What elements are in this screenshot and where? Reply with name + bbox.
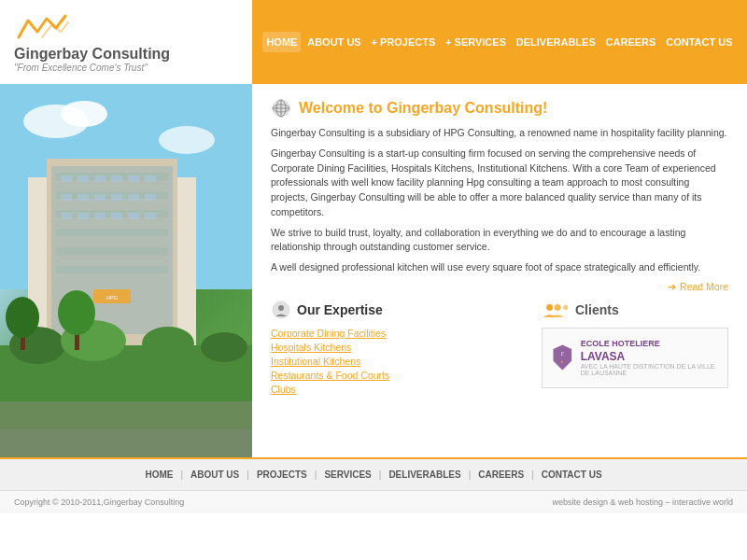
footer-nav-projects[interactable]: PROJECTS <box>257 469 307 480</box>
svg-text:★: ★ <box>560 360 564 364</box>
header: Gingerbay Consulting "From Excellence Co… <box>0 0 747 84</box>
ecole-logo: E ★ ECOLE HOTELIERE LAVASA AVEC LA HAUTE… <box>552 339 718 376</box>
welcome-para3: We strive to build trust, loyalty, and c… <box>271 226 728 256</box>
svg-rect-33 <box>78 194 89 201</box>
svg-point-19 <box>6 297 39 338</box>
right-content: Welcome to Gingerbay Consulting! Gingerb… <box>252 84 747 457</box>
nav-contact[interactable]: CONTACT US <box>662 32 736 52</box>
svg-rect-27 <box>78 175 89 182</box>
expertise-link-2[interactable]: Hospitals Kitchens <box>271 342 528 353</box>
ecole-subtext: AVEC LA HAUTE DISTINCTION DE LA VILLE DE… <box>581 363 718 376</box>
footer-nav-services[interactable]: SERVICES <box>324 469 371 480</box>
nav-deliverables[interactable]: DELIVERABLES <box>513 32 599 52</box>
footer-nav-contact[interactable]: CONTACT US <box>542 469 602 480</box>
welcome-para2: Gingerbay Consulting is a start-up consu… <box>271 147 728 220</box>
welcome-para4: A well designed professional kitchen wil… <box>271 260 728 275</box>
nav-bar: HOME ABOUT US + PROJECTS + SERVICES DELI… <box>252 0 747 84</box>
svg-point-2 <box>61 101 107 127</box>
svg-point-52 <box>555 304 561 311</box>
svg-rect-39 <box>78 213 89 219</box>
svg-rect-29 <box>111 175 122 182</box>
welcome-title-static: Welcome to <box>299 100 387 116</box>
footer-sep-5: | <box>469 469 472 480</box>
bottom-columns: Our Expertise Corporate Dining Facilitie… <box>271 300 728 398</box>
svg-rect-41 <box>111 213 122 219</box>
svg-rect-31 <box>145 175 156 182</box>
copyright-right: website design & web hosting – interacti… <box>552 497 733 507</box>
expertise-link-1[interactable]: Corporate Dining Facilities <box>271 328 528 339</box>
welcome-para1: Gingerbay Consulting is a subsidiary of … <box>271 126 728 141</box>
ecole-sub: LAVASA <box>581 350 718 363</box>
footer-sep-2: | <box>247 469 249 480</box>
footer-nav-careers[interactable]: CAREERS <box>478 469 524 480</box>
nav-projects[interactable]: + PROJECTS <box>367 32 439 52</box>
footer-sep-4: | <box>379 469 382 480</box>
svg-rect-30 <box>128 175 139 182</box>
expertise-link-3[interactable]: Institutional Kitchens <box>271 356 528 367</box>
client-logo-box: E ★ ECOLE HOTELIERE LAVASA AVEC LA HAUTE… <box>542 328 728 388</box>
clients-header: Clients <box>542 300 728 320</box>
logo-area: Gingerbay Consulting "From Excellence Co… <box>0 0 252 84</box>
footer-nav-deliverables[interactable]: DELIVERABLES <box>388 469 460 480</box>
nav-about[interactable]: ABOUT US <box>303 32 364 52</box>
svg-rect-37 <box>145 194 156 201</box>
svg-rect-26 <box>61 175 72 182</box>
footer-nav: HOME | ABOUT US | PROJECTS | SERVICES | … <box>0 457 747 490</box>
copyright-bar: Copyright © 2010-2011,Gingerbay Consulti… <box>0 490 747 513</box>
ecole-name: ECOLE HOTELIERE <box>581 339 718 350</box>
svg-text:HPG: HPG <box>106 295 118 301</box>
ecole-badge-icon: E ★ <box>552 339 573 376</box>
expertise-section: Our Expertise Corporate Dining Facilitie… <box>271 300 528 398</box>
globe-icon <box>271 98 291 119</box>
nav-careers[interactable]: CAREERS <box>602 32 660 52</box>
svg-point-3 <box>159 126 215 154</box>
svg-rect-35 <box>111 194 122 201</box>
svg-rect-34 <box>94 194 106 201</box>
svg-rect-43 <box>145 213 156 219</box>
svg-point-21 <box>58 290 95 335</box>
svg-point-50 <box>278 305 284 311</box>
svg-rect-40 <box>94 213 106 219</box>
read-more-link[interactable]: Read More <box>271 281 728 292</box>
expertise-link-4[interactable]: Restaurants & Food Courts <box>271 370 528 381</box>
nav-services[interactable]: + SERVICES <box>442 32 510 52</box>
svg-point-53 <box>563 305 568 310</box>
expertise-title: Our Expertise <box>297 302 383 317</box>
welcome-title: Welcome to Gingerbay Consulting! <box>299 100 547 117</box>
svg-rect-38 <box>61 213 72 219</box>
footer-nav-home[interactable]: HOME <box>145 469 173 480</box>
expertise-link-5[interactable]: Clubs <box>271 384 528 395</box>
welcome-title-brand: Gingerbay Consulting! <box>387 100 547 116</box>
footer-sep-1: | <box>180 469 183 480</box>
logo-icon <box>14 11 70 44</box>
footer-sep-6: | <box>531 469 534 480</box>
expertise-header: Our Expertise <box>271 300 528 320</box>
ecole-text-block: ECOLE HOTELIERE LAVASA AVEC LA HAUTE DIS… <box>581 339 718 376</box>
expertise-icon <box>271 300 291 320</box>
svg-point-51 <box>546 304 553 311</box>
footer-nav-about[interactable]: ABOUT US <box>190 469 239 480</box>
clients-icon <box>542 300 570 320</box>
building-image: HPG <box>0 84 252 457</box>
nav-home[interactable]: HOME <box>262 32 301 52</box>
svg-rect-32 <box>61 194 72 201</box>
logo-tagline: "From Excellence Come's Trust" <box>14 63 238 73</box>
svg-rect-28 <box>94 175 106 182</box>
building-visual: HPG <box>0 84 252 457</box>
svg-rect-23 <box>0 429 252 457</box>
svg-rect-36 <box>128 194 139 201</box>
logo-name: Gingerbay Consulting <box>14 46 238 63</box>
svg-point-16 <box>142 327 194 360</box>
footer-sep-3: | <box>315 469 317 480</box>
clients-title: Clients <box>575 302 619 317</box>
main-content: HPG <box>0 84 747 457</box>
clients-section: Clients E ★ ECOLE HOTELIERE <box>542 300 728 398</box>
welcome-section-header: Welcome to Gingerbay Consulting! <box>271 98 728 119</box>
svg-point-17 <box>201 332 247 362</box>
svg-rect-42 <box>128 213 139 219</box>
copyright-left: Copyright © 2010-2011,Gingerbay Consulti… <box>14 497 184 507</box>
